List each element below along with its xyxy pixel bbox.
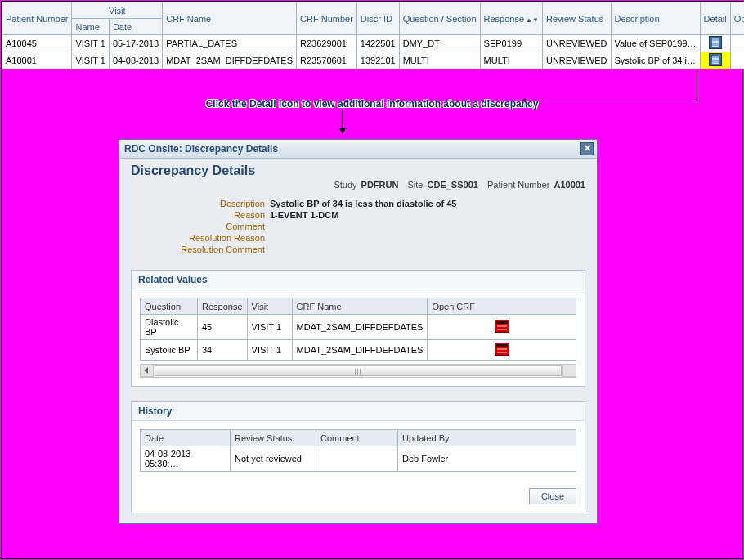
col-opencrf[interactable]: Open CRF [730,2,744,35]
col-date[interactable]: Date [141,430,231,446]
field-value-description: Systolic BP of 34 is less than diastolic… [270,198,585,209]
detail-icon[interactable] [709,36,722,49]
cell-question: DMY_DT [399,35,480,52]
callout-text: Click the Detail icon to view additional… [2,98,742,110]
related-values-panel: Related Values Question Response Visit C… [131,270,585,387]
colgroup-visit: Visit [72,2,163,19]
col-updated-by[interactable]: Updated By [398,430,576,446]
open-crf-icon[interactable] [495,320,509,333]
cell-response: SEP0199 [480,35,542,52]
horizontal-scrollbar[interactable] [140,364,576,378]
col-opencrf[interactable]: Open CRF [428,298,576,315]
cell-visit-name: VISIT 1 [72,35,109,52]
close-button[interactable]: Close [529,488,576,504]
cell-visit-date: 04-08-2013 [109,52,162,69]
dialog-heading: Discrepancy Details [131,164,585,178]
field-value-resolution-comment [270,244,585,255]
field-value-comment [270,221,585,232]
discrepancy-details-dialog: RDC Onsite: Discrepancy Details ✕ Discre… [119,139,598,524]
cell-crfname: MDAT_2SAM_DIFFDEFDATES [163,52,297,69]
dialog-titlebar[interactable]: RDC Onsite: Discrepancy Details ✕ [119,140,597,159]
col-description[interactable]: Description [611,2,700,35]
field-label-description: Description [131,198,270,209]
col-question[interactable]: Question / Section [399,2,480,35]
field-value-resolution-reason [270,232,585,244]
cell-review: UNREVIEWED [542,52,611,69]
col-comment[interactable]: Comment [316,430,398,446]
col-response[interactable]: Response▲▼ [480,2,542,35]
table-row: Systolic BP 34 VISIT 1 MDAT_2SAM_DIFFDEF… [141,340,576,361]
field-label-resolution-reason: Resolution Reason [131,232,270,244]
cell-description: Systolic BP of 34 i… [611,52,700,69]
table-row: 04-08-2013 05:30:… Not yet reviewed Deb … [141,446,576,472]
col-visit-name[interactable]: Name [72,19,109,35]
field-label-reason: Reason [131,209,270,221]
related-values-heading: Related Values [132,271,585,289]
table-row: Diastolic BP 45 VISIT 1 MDAT_2SAM_DIFFDE… [141,315,576,340]
col-response[interactable]: Response [198,298,248,315]
cell-description: Value of SEP0199… [611,35,700,52]
cell-patient: A10045 [2,35,72,52]
cell-review: UNREVIEWED [542,35,611,52]
col-crfname[interactable]: CRF Name [292,298,428,315]
col-discrid[interactable]: Discr ID [356,2,399,35]
table-row[interactable]: A10001 VISIT 1 04-08-2013 MDAT_2SAM_DIFF… [2,52,745,69]
dialog-meta: Study PDFRUN Site CDE_SS001 Patient Numb… [131,180,585,190]
cell-patient: A10001 [2,52,72,69]
col-crfname[interactable]: CRF Name [163,2,297,35]
related-values-table: Question Response Visit CRF Name Open CR… [140,298,576,361]
sort-indicator-icon: ▲▼ [526,16,539,24]
detail-icon[interactable] [709,53,722,66]
scroll-left-icon[interactable] [144,367,148,374]
close-icon[interactable]: ✕ [580,142,594,155]
cell-discrid: 1392101 [356,52,399,69]
cell-question: MULTI [399,52,480,69]
scroll-right-icon[interactable] [568,367,572,374]
history-panel: History Date Review Status Comment Updat… [131,401,585,513]
cell-crfname: PARTIAL_DATES [163,35,297,52]
dialog-title: RDC Onsite: Discrepancy Details [124,143,278,155]
open-crf-icon[interactable] [495,343,509,356]
col-detail[interactable]: Detail [700,2,730,35]
field-value-reason: 1-EVENT 1-DCM [270,209,585,221]
col-review-status[interactable]: Review Status [231,430,316,446]
col-visit[interactable]: Visit [247,298,292,315]
cell-visit-name: VISIT 1 [72,52,109,69]
history-heading: History [132,402,585,421]
col-review[interactable]: Review Status [542,2,611,35]
cell-visit-date: 05-17-2013 [109,35,162,52]
col-patient[interactable]: Patient Number [2,2,72,35]
col-crfnum[interactable]: CRF Number [297,2,357,35]
scroll-thumb[interactable] [155,365,562,376]
history-table: Date Review Status Comment Updated By 04… [140,429,576,472]
discrepancy-grid: Patient Number Visit CRF Name CRF Number… [2,2,744,69]
col-visit-date[interactable]: Date [109,19,162,35]
field-label-resolution-comment: Resolution Comment [131,244,270,255]
callout-arrow [342,109,343,133]
callout-arrow [697,71,697,101]
cell-crfnum: R23629001 [297,35,357,52]
cell-discrid: 1422501 [356,35,399,52]
cell-response: MULTI [480,52,542,69]
cell-crfnum: R23570601 [297,52,357,69]
col-question[interactable]: Question [141,298,198,315]
field-label-comment: Comment [131,221,270,232]
table-row[interactable]: A10045 VISIT 1 05-17-2013 PARTIAL_DATES … [2,35,745,52]
